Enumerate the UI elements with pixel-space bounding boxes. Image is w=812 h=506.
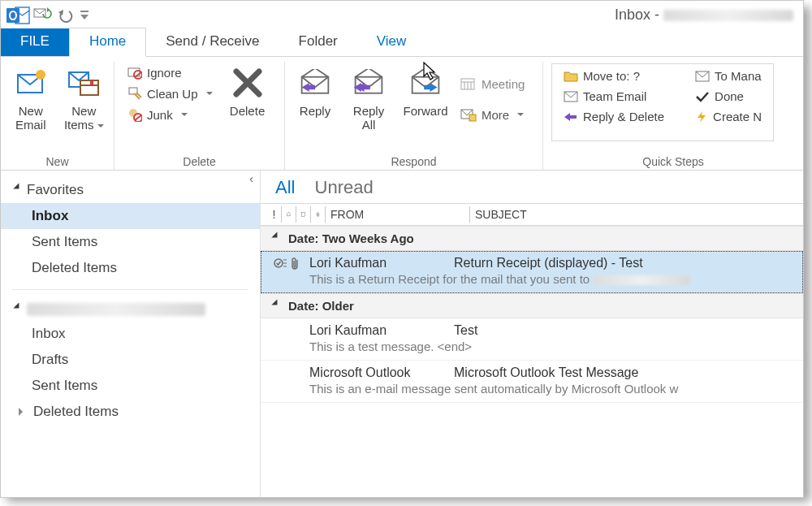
filter-all[interactable]: All	[275, 177, 295, 197]
reply-button[interactable]: Reply	[288, 62, 342, 153]
more-respond-button[interactable]: More	[456, 106, 529, 123]
new-email-icon	[13, 65, 49, 101]
window-title-prefix: Inbox -	[615, 6, 663, 23]
label: More	[482, 108, 509, 122]
separator	[12, 289, 248, 290]
delete-button[interactable]: Delete	[221, 62, 274, 153]
nav-acct-inbox[interactable]: Inbox	[1, 321, 260, 347]
label: Done	[715, 89, 744, 103]
qs-done[interactable]: Done	[690, 88, 767, 105]
more-icon	[460, 107, 477, 122]
svg-rect-37	[469, 115, 476, 121]
window-title: Inbox -	[615, 6, 798, 24]
col-icon[interactable]	[296, 206, 311, 223]
reply-arrow-icon	[564, 111, 578, 123]
label: New	[71, 104, 96, 118]
expand-icon	[13, 303, 24, 314]
new-items-icon	[66, 65, 102, 101]
junk-button[interactable]: Junk	[123, 106, 218, 123]
col-from[interactable]: FROM	[326, 206, 470, 223]
col-subject[interactable]: SUBJECT	[470, 206, 797, 223]
col-attachment-icon[interactable]	[311, 206, 326, 223]
nav-acct-sent-items[interactable]: Sent Items	[1, 373, 260, 399]
clean-up-icon	[127, 86, 142, 101]
collapse-nav-icon[interactable]: ‹	[249, 172, 253, 185]
label: Reply	[353, 104, 384, 118]
tab-send-receive[interactable]: Send / Receive	[146, 28, 279, 56]
svg-point-43	[274, 259, 283, 267]
svg-marker-40	[564, 113, 577, 121]
account-header[interactable]	[1, 298, 260, 321]
label: All	[362, 118, 376, 132]
col-reminder-icon[interactable]	[282, 206, 296, 223]
label: Reply & Delete	[583, 110, 664, 123]
navigation-pane: ‹ Favorites InboxSent ItemsDeleted Items…	[1, 171, 261, 497]
message-subject: Test	[454, 323, 793, 338]
nav-fav-sent-items[interactable]: Sent Items	[1, 229, 260, 255]
qs-reply-delete[interactable]: Reply & Delete	[559, 108, 669, 125]
label: New	[19, 104, 43, 118]
column-headers[interactable]: ! FROM SUBJECT	[261, 203, 803, 226]
redacted-account	[663, 10, 793, 21]
date-group-header[interactable]: Date: Two Weeks Ago	[261, 226, 803, 251]
qs-to-manager[interactable]: To Mana	[690, 67, 767, 84]
tab-folder[interactable]: Folder	[279, 28, 357, 56]
collapse-icon	[271, 299, 283, 310]
group-label: Quick Steps	[546, 153, 800, 170]
ribbon-group-delete: Ignore Clean Up	[114, 62, 285, 170]
nav-acct-deleted-items[interactable]: Deleted Items	[1, 399, 260, 425]
envelope-icon	[695, 71, 710, 82]
label: Reply	[300, 104, 330, 118]
nav-fav-deleted-items[interactable]: Deleted Items	[1, 255, 260, 281]
filter-row: All Unread	[261, 171, 803, 203]
reply-all-button[interactable]: Reply All	[342, 62, 395, 153]
filter-unread[interactable]: Unread	[315, 177, 374, 197]
label: Move to: ?	[583, 69, 640, 83]
nav-acct-drafts[interactable]: Drafts	[1, 347, 260, 373]
new-items-button[interactable]: New Items	[58, 62, 111, 153]
label: Date: Two Weeks Ago	[288, 231, 414, 245]
label: Create N	[713, 110, 762, 123]
svg-rect-14	[90, 80, 93, 85]
qs-team-email[interactable]: Team Email	[559, 88, 669, 105]
qs-create-new[interactable]: Create N	[690, 108, 767, 125]
clean-up-button[interactable]: Clean Up	[123, 84, 218, 102]
qat-undo-icon[interactable]	[54, 4, 77, 27]
folder-move-icon	[564, 70, 578, 83]
collapse-icon	[271, 231, 283, 243]
tab-file[interactable]: FILE	[1, 28, 69, 56]
label: Email	[15, 118, 46, 132]
qat-send-receive-icon[interactable]	[32, 4, 54, 27]
reply-all-icon	[351, 65, 387, 101]
qat-customize-icon[interactable]	[77, 4, 92, 27]
favorites-header[interactable]: Favorites	[1, 177, 260, 203]
qs-move-to[interactable]: Move to: ?	[559, 67, 669, 84]
message-row[interactable]: Lori KaufmanTestThis is a test message. …	[261, 318, 803, 361]
message-preview: This is an e-mail message sent automatic…	[309, 382, 793, 396]
message-subject: Microsoft Outlook Test Message	[454, 365, 793, 380]
new-email-button[interactable]: New Email	[4, 62, 58, 153]
label: Deleted Items	[33, 404, 119, 419]
forward-button[interactable]: Forward	[395, 62, 456, 153]
attachment-icon	[290, 257, 300, 270]
junk-icon	[127, 107, 142, 122]
outlook-logo-icon	[6, 4, 32, 27]
nav-fav-inbox[interactable]: Inbox	[1, 203, 260, 229]
col-importance-icon[interactable]: !	[267, 206, 282, 223]
svg-marker-41	[698, 111, 706, 123]
message-row[interactable]: Microsoft OutlookMicrosoft Outlook Test …	[261, 361, 803, 403]
expand-icon	[13, 184, 24, 195]
message-row[interactable]: Lori KaufmanReturn Receipt (displayed) -…	[261, 251, 803, 293]
message-from: Lori Kaufman	[309, 323, 454, 338]
label: To Mana	[715, 69, 762, 83]
ignore-button[interactable]: Ignore	[123, 63, 218, 81]
ribbon: New Email New Items	[1, 57, 803, 171]
message-lead-icons	[274, 257, 300, 270]
ribbon-group-quick-steps: Move to: ? To Mana Team Email Done	[543, 62, 803, 170]
meeting-button[interactable]: Meeting	[456, 75, 529, 93]
date-group-header[interactable]: Date: Older	[261, 293, 803, 318]
meeting-icon	[460, 76, 477, 91]
tab-view[interactable]: View	[357, 28, 426, 56]
forward-icon	[408, 65, 443, 101]
tab-home[interactable]: Home	[69, 28, 146, 57]
